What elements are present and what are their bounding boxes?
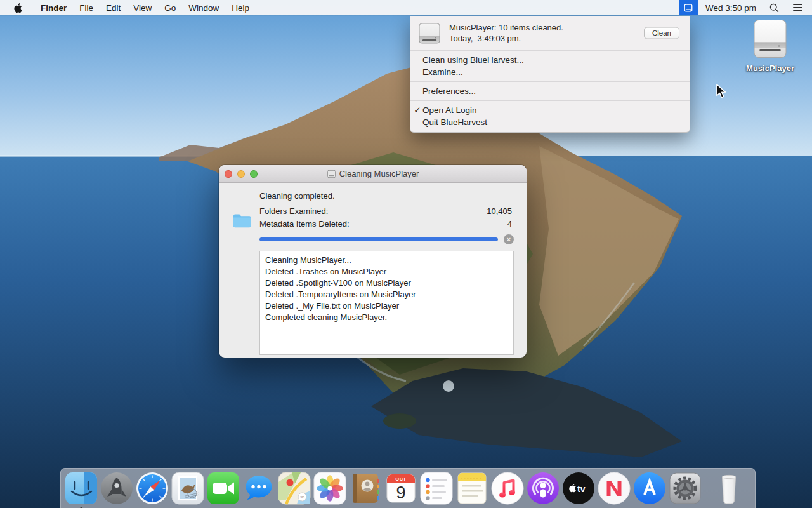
dock-icon-system-preferences[interactable] bbox=[669, 472, 702, 505]
desktop-icon-label: MusicPlayer bbox=[740, 64, 801, 73]
dock-icon-contacts[interactable] bbox=[349, 472, 382, 505]
calendar-day: 9 bbox=[396, 483, 405, 502]
cleaning-window: Cleaning MusicPlayer Cleaning completed.… bbox=[219, 165, 527, 358]
maps-icon: 3D bbox=[278, 472, 311, 505]
menu-item-clean-using-blueharvest[interactable]: Clean using BlueHarvest... bbox=[410, 54, 690, 66]
maps-3d-badge: 3D bbox=[300, 495, 304, 499]
podcasts-icon bbox=[527, 472, 560, 505]
calendar-icon: OCT 9 bbox=[384, 472, 417, 505]
stop-button[interactable]: × bbox=[504, 234, 514, 244]
dock-icon-photos[interactable] bbox=[313, 472, 346, 505]
log-line: Cleaning MusicPlayer... bbox=[265, 255, 508, 266]
dock-icon-notes[interactable] bbox=[455, 472, 488, 505]
dock-icon-launchpad[interactable] bbox=[100, 472, 133, 505]
search-icon bbox=[769, 3, 779, 13]
dock-icon-news[interactable] bbox=[598, 472, 631, 505]
log-line: Deleted .TemporaryItems on MusicPlayer bbox=[265, 289, 508, 300]
gear-icon bbox=[669, 472, 702, 505]
zoom-button[interactable] bbox=[250, 170, 258, 178]
apple-tv-icon: tv bbox=[562, 472, 595, 505]
stat-value-folders-examined: 10,405 bbox=[487, 206, 512, 216]
blueharvest-menu: MusicPlayer: 10 items cleaned. Today, 3:… bbox=[410, 16, 690, 133]
external-drive-icon bbox=[751, 19, 789, 60]
dock-separator bbox=[707, 472, 707, 505]
dock-icon-mail[interactable] bbox=[171, 472, 204, 505]
folder-icon bbox=[233, 213, 252, 229]
dock-icon-safari[interactable] bbox=[136, 472, 169, 505]
desktop: Finder File Edit View Go Window Help Wed… bbox=[0, 0, 812, 508]
cleaning-log[interactable]: Cleaning MusicPlayer... Deleted .Trashes… bbox=[259, 251, 514, 355]
dock-icon-podcasts[interactable] bbox=[527, 472, 560, 505]
progress-bar bbox=[259, 237, 498, 241]
drive-icon bbox=[418, 23, 441, 44]
stat-value-metadata-deleted: 4 bbox=[508, 219, 512, 229]
trash-icon bbox=[712, 472, 745, 505]
minimize-button[interactable] bbox=[237, 170, 245, 178]
menu-bar: Finder File Edit View Go Window Help Wed… bbox=[0, 0, 812, 15]
spotlight-search-icon[interactable] bbox=[763, 0, 786, 15]
menubar-clock[interactable]: Wed 3:50 pm bbox=[698, 3, 763, 13]
list-icon bbox=[793, 4, 802, 11]
menu-item-open-at-login[interactable]: ✓ Open At Login bbox=[410, 104, 690, 116]
log-line: Deleted ._My File.txt on MusicPlayer bbox=[265, 300, 508, 312]
dock: 3D bbox=[60, 468, 756, 508]
notes-icon bbox=[455, 472, 488, 505]
reminders-icon bbox=[420, 472, 453, 505]
menu-view[interactable]: View bbox=[127, 0, 158, 15]
dock-icon-app-store[interactable] bbox=[633, 472, 666, 505]
clean-button[interactable]: Clean bbox=[644, 27, 679, 39]
mouse-cursor bbox=[716, 84, 728, 98]
dock-icon-finder[interactable] bbox=[65, 472, 98, 505]
stat-label-metadata-deleted: Metadata Items Deleted: bbox=[259, 219, 350, 229]
menu-window[interactable]: Window bbox=[182, 0, 225, 15]
status-line-items-cleaned: MusicPlayer: 10 items cleaned. bbox=[449, 22, 563, 33]
messages-bubble-icon bbox=[242, 472, 275, 505]
menu-item-quit-blueharvest[interactable]: Quit BlueHarvest bbox=[410, 116, 690, 128]
drive-icon bbox=[327, 170, 336, 178]
dock-icon-maps[interactable]: 3D bbox=[278, 472, 311, 505]
blueharvest-menubar-icon[interactable] bbox=[679, 0, 698, 15]
dock-icon-trash[interactable] bbox=[712, 472, 745, 505]
dock-icon-facetime[interactable] bbox=[207, 472, 240, 505]
log-line: Completed cleaning MusicPlayer. bbox=[265, 312, 508, 323]
finder-icon bbox=[65, 472, 98, 505]
menu-finder[interactable]: Finder bbox=[34, 0, 73, 15]
checkmark-icon: ✓ bbox=[413, 104, 422, 116]
menu-help[interactable]: Help bbox=[225, 0, 256, 15]
mail-stamp-icon bbox=[171, 472, 204, 505]
apple-menu[interactable] bbox=[0, 0, 34, 15]
progress-fill bbox=[259, 237, 498, 241]
drive-icon bbox=[684, 3, 693, 13]
cleaning-status-text: Cleaning completed. bbox=[259, 191, 514, 201]
app-store-icon bbox=[633, 472, 666, 505]
safari-compass-icon bbox=[136, 472, 169, 505]
menu-item-preferences[interactable]: Preferences... bbox=[410, 85, 690, 97]
log-line: Deleted .Trashes on MusicPlayer bbox=[265, 266, 508, 277]
notification-center-icon[interactable] bbox=[786, 0, 812, 15]
facetime-camera-icon bbox=[207, 472, 240, 505]
menu-file[interactable]: File bbox=[73, 0, 100, 15]
apple-icon bbox=[13, 3, 23, 13]
menu-item-examine[interactable]: Examine... bbox=[410, 66, 690, 78]
dock-icon-music[interactable] bbox=[491, 472, 524, 505]
dock-icon-reminders[interactable] bbox=[420, 472, 453, 505]
log-line: Deleted .Spotlight-V100 on MusicPlayer bbox=[265, 277, 508, 289]
stat-label-folders-examined: Folders Examined: bbox=[259, 206, 328, 216]
window-titlebar[interactable]: Cleaning MusicPlayer bbox=[219, 165, 527, 183]
menu-edit[interactable]: Edit bbox=[100, 0, 127, 15]
news-icon bbox=[598, 472, 631, 505]
status-line-time: Today, 3:49:03 pm. bbox=[449, 33, 563, 44]
music-note-icon bbox=[491, 472, 524, 505]
blueharvest-status-row: MusicPlayer: 10 items cleaned. Today, 3:… bbox=[410, 16, 690, 50]
close-button[interactable] bbox=[225, 170, 232, 178]
dock-icon-calendar[interactable]: OCT 9 bbox=[384, 472, 417, 505]
photos-flower-icon bbox=[313, 472, 346, 505]
calendar-month: OCT bbox=[395, 476, 406, 482]
window-title: Cleaning MusicPlayer bbox=[339, 169, 419, 178]
contacts-book-icon bbox=[349, 472, 382, 505]
dock-icon-messages[interactable] bbox=[242, 472, 275, 505]
dock-icon-apple-tv[interactable]: tv bbox=[562, 472, 595, 505]
menu-go[interactable]: Go bbox=[158, 0, 182, 15]
launchpad-rocket-icon bbox=[100, 472, 133, 505]
desktop-icon-musicplayer[interactable]: MusicPlayer bbox=[740, 19, 801, 73]
